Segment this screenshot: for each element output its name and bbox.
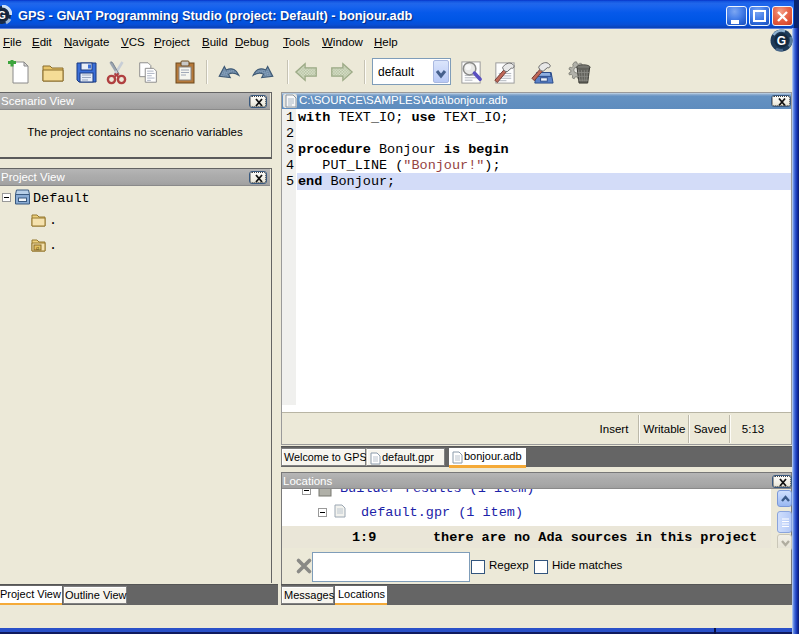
- svg-text:G: G: [0, 10, 6, 21]
- svg-text:o: o: [36, 245, 39, 251]
- svg-text:G: G: [777, 34, 786, 48]
